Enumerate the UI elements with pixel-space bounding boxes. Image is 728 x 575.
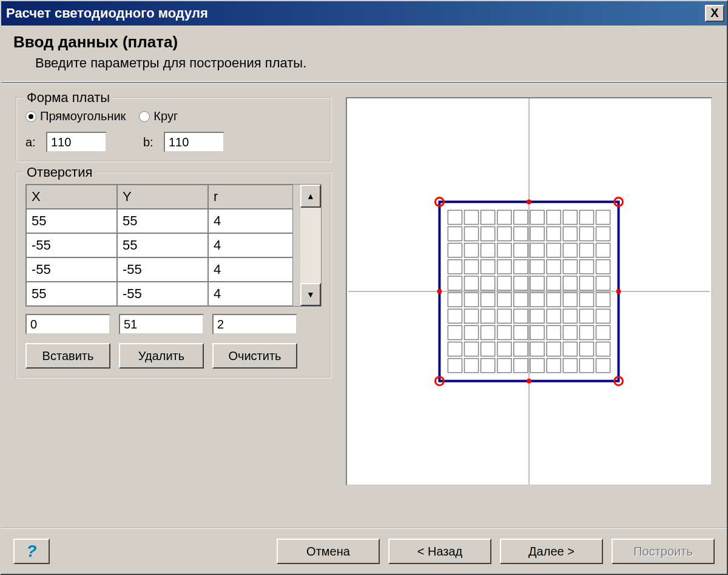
svg-rect-37 — [497, 276, 511, 290]
svg-rect-5 — [448, 243, 462, 257]
svg-rect-70 — [547, 325, 561, 339]
svg-rect-101 — [596, 342, 610, 356]
svg-rect-10 — [448, 325, 462, 339]
svg-rect-56 — [530, 260, 544, 274]
hole-x-input[interactable] — [25, 314, 110, 335]
holes-grid: X Y r 55554-55554-55-55455-554 — [26, 185, 300, 306]
scroll-up-button[interactable]: ▲ — [300, 185, 321, 208]
col-header-x: X — [26, 185, 117, 209]
svg-rect-52 — [514, 359, 528, 373]
svg-rect-82 — [563, 359, 577, 373]
dialog-window: Расчет светодиодного модуля X Ввод данны… — [0, 0, 728, 575]
holes-table: X Y r 55554-55554-55-55455-554 ▲ ▼ — [25, 184, 322, 307]
svg-rect-86 — [579, 260, 593, 274]
svg-rect-97 — [596, 276, 610, 290]
table-cell[interactable]: -55 — [117, 257, 208, 282]
svg-rect-36 — [497, 260, 511, 274]
svg-rect-15 — [464, 243, 478, 257]
svg-rect-32 — [481, 359, 495, 373]
svg-rect-62 — [530, 359, 544, 373]
svg-rect-88 — [579, 293, 593, 307]
svg-rect-87 — [579, 276, 593, 290]
help-button[interactable]: ? — [13, 539, 50, 564]
next-button[interactable]: Далее > — [500, 539, 603, 564]
table-cell[interactable]: -55 — [117, 282, 208, 306]
scroll-down-button[interactable]: ▼ — [300, 283, 321, 306]
svg-rect-79 — [563, 309, 577, 323]
table-cell[interactable]: -55 — [26, 257, 117, 282]
table-cell[interactable]: 4 — [208, 257, 293, 282]
scroll-track[interactable] — [300, 208, 321, 283]
table-cell[interactable]: 55 — [26, 282, 117, 306]
radio-circle-label: Круг — [153, 109, 178, 123]
dimensions-row: a: b: — [25, 132, 322, 152]
svg-rect-20 — [464, 325, 478, 339]
svg-rect-50 — [514, 325, 528, 339]
svg-rect-27 — [481, 276, 495, 290]
left-column: Форма платы Прямоугольник Круг a: b: — [16, 97, 331, 486]
svg-rect-3 — [448, 210, 462, 224]
clear-button[interactable]: Очистить — [212, 343, 297, 369]
radio-circle[interactable]: Круг — [139, 109, 178, 123]
svg-point-110 — [437, 289, 442, 294]
svg-rect-85 — [579, 243, 593, 257]
svg-rect-71 — [547, 342, 561, 356]
dim-b-input[interactable] — [164, 132, 224, 152]
svg-rect-9 — [448, 309, 462, 323]
page-subtitle: Введите параметры для построения платы. — [13, 55, 715, 71]
svg-rect-25 — [481, 243, 495, 257]
table-cell[interactable]: 55 — [117, 209, 208, 233]
radio-rectangle[interactable]: Прямоугольник — [25, 109, 126, 123]
table-cell[interactable]: 4 — [208, 233, 293, 257]
svg-rect-8 — [448, 293, 462, 307]
svg-rect-58 — [530, 293, 544, 307]
hole-r-input[interactable] — [212, 314, 297, 335]
svg-rect-90 — [579, 325, 593, 339]
svg-rect-13 — [464, 210, 478, 224]
cancel-button[interactable]: Отмена — [277, 539, 380, 564]
table-cell[interactable]: 55 — [26, 209, 117, 233]
chevron-up-icon: ▲ — [306, 191, 315, 201]
holes-groupbox: Отверстия X Y r 55554-55554-55-55455-554… — [16, 172, 331, 378]
svg-rect-59 — [530, 309, 544, 323]
table-cell[interactable]: 4 — [208, 209, 293, 233]
preview-canvas — [347, 98, 711, 485]
shape-radios: Прямоугольник Круг — [25, 109, 322, 123]
dim-b-label: b: — [143, 135, 158, 149]
svg-rect-65 — [547, 243, 561, 257]
col-header-y: Y — [117, 185, 208, 209]
svg-rect-4 — [448, 226, 462, 240]
svg-rect-7 — [448, 276, 462, 290]
insert-button[interactable]: Вставить — [25, 343, 110, 369]
svg-rect-45 — [514, 243, 528, 257]
close-button[interactable]: X — [705, 5, 724, 22]
dim-a-label: a: — [25, 135, 40, 149]
svg-rect-75 — [563, 243, 577, 257]
table-cell[interactable]: -55 — [26, 233, 117, 257]
build-button[interactable]: Построить — [612, 539, 715, 564]
svg-rect-18 — [464, 293, 478, 307]
back-button[interactable]: < Назад — [388, 539, 491, 564]
svg-rect-11 — [448, 342, 462, 356]
table-cell[interactable]: 4 — [208, 282, 293, 306]
radio-rectangle-label: Прямоугольник — [40, 109, 126, 123]
dim-a-input[interactable] — [46, 132, 107, 152]
svg-rect-16 — [464, 260, 478, 274]
svg-rect-23 — [481, 210, 495, 224]
svg-rect-60 — [530, 325, 544, 339]
delete-button[interactable]: Удалить — [119, 343, 204, 369]
svg-rect-81 — [563, 342, 577, 356]
svg-rect-66 — [547, 260, 561, 274]
svg-rect-68 — [547, 293, 561, 307]
svg-rect-17 — [464, 276, 478, 290]
svg-rect-35 — [497, 243, 511, 257]
svg-rect-29 — [481, 309, 495, 323]
svg-rect-48 — [514, 293, 528, 307]
table-cell[interactable]: 55 — [117, 233, 208, 257]
table-scrollbar: ▲ ▼ — [300, 185, 321, 306]
svg-rect-42 — [497, 359, 511, 373]
hole-y-input[interactable] — [119, 314, 204, 335]
chevron-down-icon: ▼ — [306, 290, 315, 299]
svg-rect-54 — [530, 226, 544, 240]
svg-rect-55 — [530, 243, 544, 257]
